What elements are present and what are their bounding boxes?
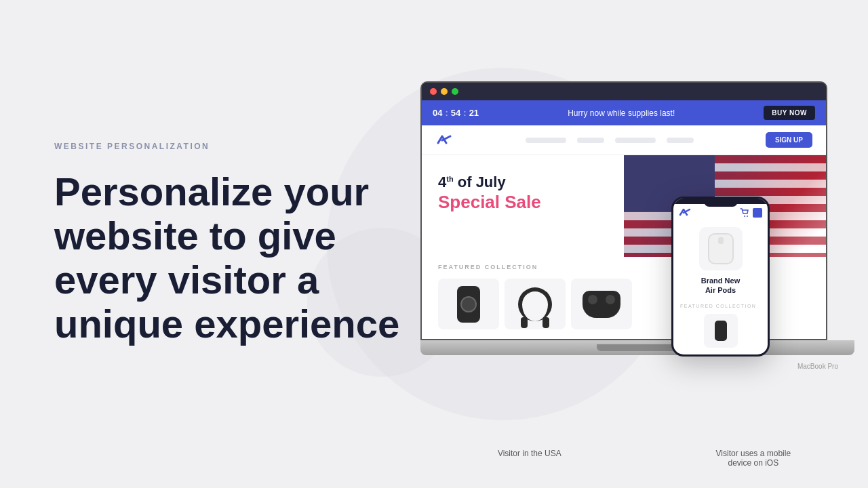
- macbook-mockup: 04 : 54 : 21 Hurry now while supplies la…: [420, 81, 868, 355]
- product-card-headphones: [505, 279, 566, 329]
- macbook-notch: [597, 344, 678, 351]
- left-panel: WEBSITE PERSONALIZATION Personalize your…: [54, 0, 448, 488]
- airpods-image: [699, 227, 743, 270]
- visitor-mobile-label: Visitor uses a mobiledevice on iOS: [716, 449, 791, 468]
- controller-icon: [583, 291, 620, 318]
- product-card-controller: [571, 279, 632, 329]
- phone-speaker-icon: [715, 321, 727, 341]
- phone-status-bar: [673, 199, 768, 204]
- nav-link-placeholder: [526, 138, 566, 143]
- macbook-titlebar: [422, 83, 826, 100]
- signup-button[interactable]: SIGN UP: [766, 132, 812, 148]
- phone-hero: Brand New Air Pods: [673, 220, 768, 300]
- announcement-bar: 04 : 54 : 21 Hurry now while supplies la…: [422, 100, 826, 125]
- phone-product-title: Brand New Air Pods: [701, 276, 740, 296]
- nav-link-placeholder: [615, 138, 656, 143]
- buy-now-button[interactable]: BUY NOW: [764, 106, 815, 120]
- site-nav: SIGN UP: [422, 125, 826, 155]
- site-nav-links: [526, 138, 694, 143]
- nav-link-placeholder: [577, 138, 604, 143]
- phone-product-small-speaker: [704, 314, 738, 348]
- subtitle: WEBSITE PERSONALIZATION: [54, 142, 448, 151]
- phone-product-row: [673, 311, 768, 354]
- hero-left: 4th of July Special Sale: [422, 155, 624, 257]
- phone-featured-label: FEATURED COLLECTION: [673, 300, 768, 311]
- macbook-label: MacBook Pro: [797, 363, 838, 370]
- phone-notch: [704, 197, 738, 207]
- phone-logo-icon: [679, 208, 691, 218]
- headline: Personalize your website to give every v…: [54, 170, 448, 346]
- visitor-usa-label: Visitor in the USA: [498, 449, 561, 468]
- dot-green: [452, 88, 458, 95]
- phone-nav-icons: [740, 208, 762, 218]
- nav-link-placeholder: [667, 138, 694, 143]
- macbook-base: [420, 340, 854, 355]
- svg-point-1: [747, 216, 748, 217]
- speaker-icon: [457, 286, 480, 323]
- svg-point-0: [744, 216, 745, 217]
- phone-frame: Brand New Air Pods FEATURED COLLECTION: [671, 197, 770, 357]
- visitor-labels: Visitor in the USA Visitor uses a mobile…: [420, 449, 868, 468]
- cart-icon: [740, 208, 749, 218]
- hero-sale-text: Special Sale: [438, 192, 608, 213]
- menu-icon: [753, 208, 762, 218]
- phone-mockup: Brand New Air Pods FEATURED COLLECTION: [671, 197, 770, 357]
- right-panel: 04 : 54 : 21 Hurry now while supplies la…: [407, 0, 868, 488]
- airpods-case-icon: [708, 233, 734, 264]
- hero-title: 4th of July: [438, 174, 608, 190]
- headphone-icon: [518, 287, 552, 321]
